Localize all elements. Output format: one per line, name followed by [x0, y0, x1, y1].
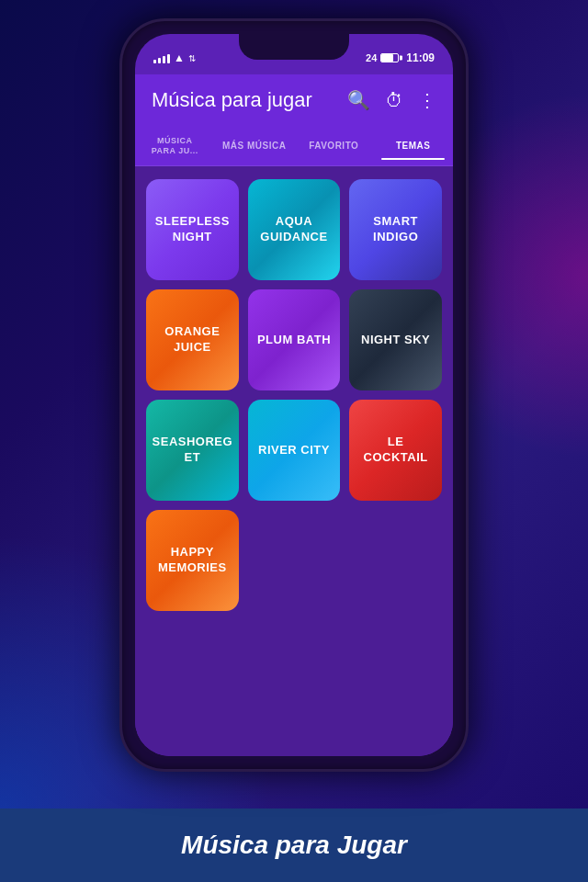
theme-card-river[interactable]: RIVER CITY	[248, 400, 341, 501]
theme-card-sleepless[interactable]: SLEEPLESSNIGHT	[146, 179, 239, 280]
status-right: 24 11:09	[366, 51, 435, 64]
signal-icon	[153, 52, 170, 63]
theme-label-sleepless: SLEEPLESSNIGHT	[148, 214, 237, 245]
theme-card-happy[interactable]: HAPPYMEMORIES	[146, 510, 239, 611]
phone-screen: ▲ ⇅ 24 11:09 Música para jugar 🔍 ⏱ ⋮ MÚS…	[135, 34, 453, 756]
theme-label-happy: HAPPYMEMORIES	[151, 545, 234, 576]
status-left: ▲ ⇅	[153, 51, 196, 64]
app-header: Música para jugar 🔍 ⏱ ⋮	[135, 74, 453, 126]
themes-grid: SLEEPLESSNIGHT AQUAGUIDANCE SMARTINDIGO …	[146, 179, 442, 611]
theme-label-smart: SMARTINDIGO	[366, 214, 425, 245]
theme-card-cocktail[interactable]: LE COCKTAIL	[349, 400, 442, 501]
theme-card-aqua[interactable]: AQUAGUIDANCE	[248, 179, 341, 280]
theme-label-aqua: AQUAGUIDANCE	[253, 214, 334, 245]
battery-level: 24	[366, 52, 377, 63]
data-icon: ⇅	[188, 53, 196, 63]
tab-temas[interactable]: TEMAS	[374, 131, 454, 160]
theme-label-river: RIVER CITY	[251, 443, 337, 458]
app-title: Música para jugar	[152, 88, 347, 112]
theme-card-plum[interactable]: PLUM BATH	[248, 289, 341, 390]
battery-icon	[380, 53, 399, 62]
tab-favorito[interactable]: FAVORITO	[294, 131, 374, 160]
theme-label-orange: ORANGEJUICE	[157, 324, 227, 356]
theme-label-cocktail: LE COCKTAIL	[349, 435, 442, 466]
tab-musica[interactable]: MÚSICAPARA JU...	[135, 127, 215, 165]
theme-label-seashore: SEASHOREGET	[146, 435, 239, 466]
tabs-bar: MÚSICAPARA JU... MÁS MÚSICA FAVORITO TEM…	[135, 126, 453, 166]
theme-label-plum: PLUM BATH	[250, 333, 338, 348]
theme-label-night: NIGHT SKY	[354, 333, 437, 348]
wifi-icon: ▲	[174, 51, 185, 64]
bottom-banner: Música para Jugar	[0, 808, 588, 882]
theme-card-orange[interactable]: ORANGEJUICE	[146, 289, 239, 390]
alarm-icon[interactable]: ⏱	[385, 90, 403, 111]
more-icon[interactable]: ⋮	[418, 89, 436, 111]
theme-card-smart[interactable]: SMARTINDIGO	[349, 179, 442, 280]
bottom-banner-text: Música para Jugar	[181, 831, 407, 860]
search-icon[interactable]: 🔍	[347, 89, 370, 111]
theme-card-seashore[interactable]: SEASHOREGET	[146, 400, 239, 501]
time-display: 11:09	[406, 51, 435, 64]
tab-mas-musica[interactable]: MÁS MÚSICA	[215, 131, 295, 160]
notch	[239, 34, 349, 60]
header-icons: 🔍 ⏱ ⋮	[347, 89, 436, 111]
phone-frame: ▲ ⇅ 24 11:09 Música para jugar 🔍 ⏱ ⋮ MÚS…	[119, 18, 469, 772]
themes-grid-container: SLEEPLESSNIGHT AQUAGUIDANCE SMARTINDIGO …	[135, 166, 453, 756]
theme-card-night[interactable]: NIGHT SKY	[349, 289, 442, 390]
